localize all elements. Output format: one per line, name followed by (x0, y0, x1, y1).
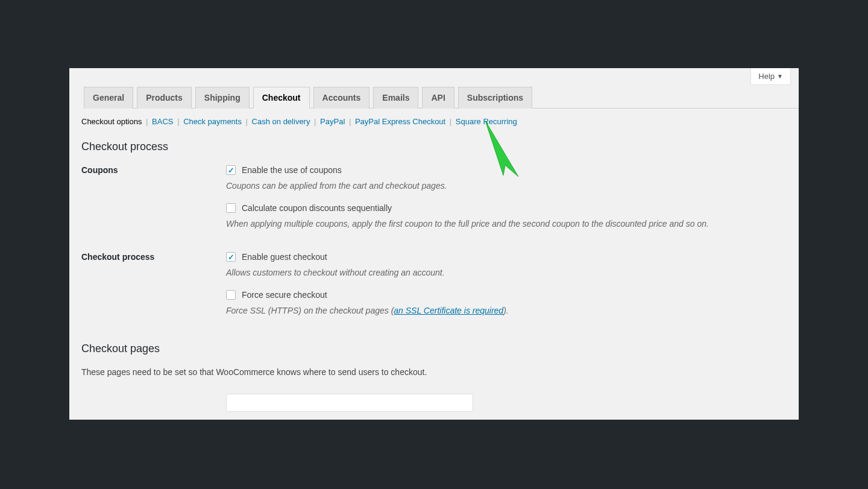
subnav-separator: | (314, 117, 316, 126)
checkbox-sequential-coupons[interactable] (226, 203, 236, 213)
tab-checkout[interactable]: Checkout (253, 87, 310, 109)
desc-guest-checkout: Allows customers to checkout without cre… (226, 267, 787, 279)
link-ssl-required[interactable]: an SSL Certificate is required (394, 306, 503, 315)
tab-api[interactable]: API (422, 87, 454, 109)
subnav-separator: | (177, 117, 179, 126)
tab-accounts[interactable]: Accounts (313, 87, 370, 109)
checkbox-sequential-coupons-row: Calculate coupon discounts sequentially (226, 203, 787, 213)
caret-down-icon: ▼ (777, 73, 783, 80)
tab-subscriptions[interactable]: Subscriptions (458, 87, 532, 109)
row-checkout-process: Checkout process Enable guest checkout A… (81, 252, 787, 328)
checkout-subnav: Checkout options | BACS | Check payments… (81, 117, 799, 126)
subnav-link-square-recurring[interactable]: Square Recurring (456, 117, 517, 126)
desc-force-secure-pre: Force SSL (HTTPS) on the checkout pages … (226, 306, 394, 315)
checkbox-enable-coupons-label: Enable the use of coupons (242, 165, 342, 175)
section-heading-checkout-pages: Checkout pages (81, 342, 787, 355)
field-coupons: Enable the use of coupons Coupons can be… (226, 165, 787, 241)
subnav-link-paypal[interactable]: PayPal (320, 117, 345, 126)
subnav-current: Checkout options (81, 117, 142, 126)
checkbox-enable-coupons[interactable] (226, 165, 236, 175)
checkbox-sequential-coupons-label: Calculate coupon discounts sequentially (242, 203, 392, 213)
desc-sequential-coupons: When applying multiple coupons, apply th… (226, 218, 787, 230)
checkbox-guest-checkout-row: Enable guest checkout (226, 252, 787, 262)
select-cart-page[interactable] (226, 394, 473, 412)
subnav-separator: | (146, 117, 148, 126)
tab-shipping[interactable]: Shipping (195, 87, 250, 109)
subnav-link-check-payments[interactable]: Check payments (183, 117, 242, 126)
checkbox-enable-coupons-row: Enable the use of coupons (226, 165, 787, 175)
subnav-link-paypal-express[interactable]: PayPal Express Checkout (355, 117, 445, 126)
subnav-separator: | (246, 117, 248, 126)
row-coupons: Coupons Enable the use of coupons Coupon… (81, 165, 787, 241)
desc-force-secure: Force SSL (HTTPS) on the checkout pages … (226, 304, 787, 317)
subnav-link-cash-on-delivery[interactable]: Cash on delivery (252, 117, 310, 126)
settings-content: Checkout process Coupons Enable the use … (69, 140, 799, 412)
tab-products[interactable]: Products (137, 87, 192, 109)
checkbox-force-secure-row: Force secure checkout (226, 290, 787, 300)
nav-tabs: General Products Shipping Checkout Accou… (84, 86, 799, 109)
checkbox-guest-checkout-label: Enable guest checkout (242, 252, 327, 262)
tab-general[interactable]: General (84, 87, 133, 109)
tab-emails[interactable]: Emails (373, 87, 418, 109)
field-checkout-process: Enable guest checkout Allows customers t… (226, 252, 787, 328)
subnav-link-bacs[interactable]: BACS (152, 117, 173, 126)
desc-force-secure-post: ). (503, 306, 509, 315)
checkout-pages-intro: These pages need to be set so that WooCo… (81, 367, 787, 377)
desc-enable-coupons: Coupons can be applied from the cart and… (226, 180, 787, 192)
label-coupons: Coupons (81, 165, 226, 241)
checkbox-force-secure[interactable] (226, 290, 236, 300)
label-checkout-process: Checkout process (81, 252, 226, 328)
checkbox-guest-checkout[interactable] (226, 252, 236, 262)
help-label: Help (758, 72, 775, 81)
section-heading-checkout-process: Checkout process (81, 140, 787, 153)
checkbox-force-secure-label: Force secure checkout (242, 290, 327, 300)
help-dropdown-button[interactable]: Help ▼ (750, 68, 791, 85)
settings-panel: Help ▼ General Products Shipping Checkou… (69, 68, 799, 420)
subnav-separator: | (349, 117, 351, 126)
subnav-separator: | (450, 117, 451, 126)
